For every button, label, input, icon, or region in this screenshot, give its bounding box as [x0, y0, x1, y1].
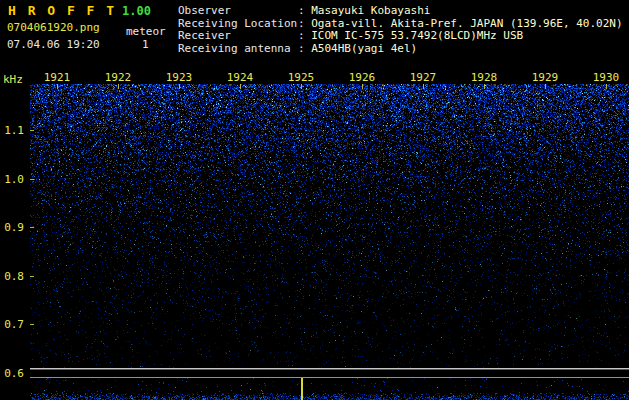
freq-label: 1.0	[0, 173, 24, 186]
freq-axis: 1.11.00.90.80.70.6	[0, 0, 26, 400]
info-colon: :	[298, 17, 311, 30]
freq-label: 0.6	[0, 367, 24, 380]
info-row-antenna: Receiving antenna: A504HB(yagi 4el)	[178, 43, 623, 56]
time-label: 1921	[44, 71, 71, 84]
time-label: 1930	[593, 71, 620, 84]
info-colon: :	[298, 29, 311, 42]
time-label: 1928	[471, 71, 498, 84]
freq-label: 0.7	[0, 318, 24, 331]
time-label: 1927	[410, 71, 437, 84]
info-label: Receiver	[178, 30, 298, 43]
freq-label: 1.1	[0, 124, 24, 137]
time-label: 1929	[532, 71, 559, 84]
freq-label: 0.8	[0, 270, 24, 283]
info-value: Masayuki Kobayashi	[311, 4, 430, 17]
meteor-mode-label: meteor	[126, 25, 166, 38]
hrofft-window: H R O F F T 1.00 0704061920.png meteor 1…	[0, 0, 629, 400]
time-label: 1923	[166, 71, 193, 84]
time-axis: 1921192219231924192519261927192819291930	[0, 71, 629, 84]
time-label: 1922	[105, 71, 132, 84]
spectrogram-canvas	[30, 84, 629, 400]
meteor-count: 1	[142, 38, 149, 51]
info-label: Observer	[178, 5, 298, 18]
info-label: Receiving antenna	[178, 43, 298, 56]
freq-label: 0.9	[0, 221, 24, 234]
time-label: 1924	[227, 71, 254, 84]
info-value: ICOM IC-575 53.7492(8LCD)MHz USB	[311, 29, 523, 42]
info-colon: :	[298, 4, 311, 17]
app-version: 1.00	[122, 4, 151, 18]
info-value: A504HB(yagi 4el)	[311, 42, 417, 55]
info-value: Ogata-vill. Akita-Pref. JAPAN (139.96E, …	[311, 17, 622, 30]
time-label: 1926	[349, 71, 376, 84]
info-colon: :	[298, 42, 311, 55]
station-info: Observer: Masayuki Kobayashi Receiving L…	[178, 5, 623, 55]
time-label: 1925	[288, 71, 315, 84]
